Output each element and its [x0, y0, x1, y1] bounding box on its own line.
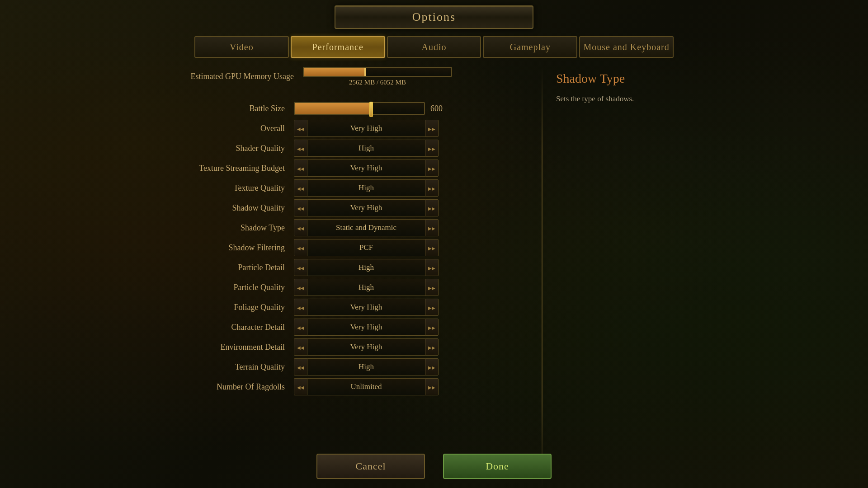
panel-divider — [542, 67, 542, 488]
double-arrow-right-icon — [428, 224, 435, 232]
tab-mouse-keyboard[interactable]: Mouse and Keyboard — [579, 36, 674, 58]
battle-size-label: Battle Size — [140, 104, 294, 113]
setting-value-3: High — [307, 179, 425, 197]
arrow-left-7[interactable] — [294, 259, 307, 276]
setting-label: Texture Streaming Budget — [140, 164, 294, 173]
gpu-bar-container: 2562 MB / 6052 MB — [303, 67, 452, 86]
setting-label: Shadow Type — [140, 223, 294, 233]
setting-control: Very High — [294, 120, 439, 137]
tab-audio[interactable]: Audio — [387, 36, 481, 58]
setting-value-5: Static and Dynamic — [307, 219, 425, 236]
tab-gameplay[interactable]: Gameplay — [483, 36, 577, 58]
double-arrow-right-icon — [428, 263, 435, 272]
double-arrow-left-icon — [297, 124, 304, 132]
setting-value-9: Very High — [307, 299, 425, 316]
setting-value-8: High — [307, 279, 425, 296]
arrow-left-8[interactable] — [294, 279, 307, 296]
slider-thumb[interactable] — [369, 102, 373, 117]
arrow-right-7[interactable] — [425, 259, 439, 276]
double-arrow-right-icon — [428, 184, 435, 192]
arrow-right-10[interactable] — [425, 319, 439, 336]
arrow-right-11[interactable] — [425, 338, 439, 356]
arrow-right-12[interactable] — [425, 358, 439, 375]
arrow-right-6[interactable] — [425, 239, 439, 256]
title-bar: Options — [335, 5, 533, 29]
arrow-right-0[interactable] — [425, 120, 439, 137]
double-arrow-left-icon — [297, 343, 304, 351]
gpu-bar-separator — [364, 68, 366, 76]
double-arrow-right-icon — [428, 144, 435, 152]
tab-video[interactable]: Video — [194, 36, 289, 58]
arrow-right-13[interactable] — [425, 378, 439, 395]
arrow-left-5[interactable] — [294, 219, 307, 236]
arrow-right-8[interactable] — [425, 279, 439, 296]
battle-size-slider[interactable] — [294, 102, 425, 115]
cancel-button[interactable]: Cancel — [316, 454, 425, 479]
arrow-left-0[interactable] — [294, 120, 307, 137]
setting-label: Shadow Quality — [140, 203, 294, 213]
gpu-bar-fill — [304, 68, 366, 76]
double-arrow-left-icon — [297, 144, 304, 152]
arrow-left-2[interactable] — [294, 160, 307, 177]
slider-container: 600 — [294, 102, 458, 115]
setting-control: Very High — [294, 338, 439, 356]
double-arrow-left-icon — [297, 244, 304, 252]
setting-row: Shadow Quality Very High — [140, 198, 519, 217]
double-arrow-right-icon — [428, 164, 435, 172]
double-arrow-right-icon — [428, 124, 435, 132]
setting-row: Shadow Filtering PCF — [140, 238, 519, 257]
setting-value-10: Very High — [307, 319, 425, 336]
setting-control: High — [294, 358, 439, 375]
double-arrow-left-icon — [297, 363, 304, 371]
setting-row: Particle Detail High — [140, 258, 519, 277]
arrow-left-12[interactable] — [294, 358, 307, 375]
setting-control: High — [294, 279, 439, 296]
arrow-left-4[interactable] — [294, 199, 307, 216]
gpu-memory-row: Estimated GPU Memory Usage 2562 MB / 605… — [140, 67, 519, 86]
setting-control: Unlimited — [294, 378, 439, 395]
battle-size-value: 600 — [430, 104, 458, 113]
setting-label: Character Detail — [140, 323, 294, 332]
setting-control: Very High — [294, 319, 439, 336]
arrow-left-13[interactable] — [294, 378, 307, 395]
done-button[interactable]: Done — [443, 454, 552, 479]
arrow-left-10[interactable] — [294, 319, 307, 336]
double-arrow-right-icon — [428, 363, 435, 371]
setting-control: Static and Dynamic — [294, 219, 439, 236]
setting-label: Particle Quality — [140, 283, 294, 292]
setting-value-2: Very High — [307, 160, 425, 177]
tab-performance[interactable]: Performance — [291, 36, 385, 58]
setting-row: Particle Quality High — [140, 278, 519, 297]
setting-row: Number Of Ragdolls Unlimited — [140, 377, 519, 396]
setting-value-1: High — [307, 140, 425, 157]
setting-control: High — [294, 179, 439, 197]
setting-label: Number Of Ragdolls — [140, 382, 294, 392]
double-arrow-left-icon — [297, 224, 304, 232]
arrow-right-5[interactable] — [425, 219, 439, 236]
arrow-left-1[interactable] — [294, 140, 307, 157]
setting-value-11: Very High — [307, 338, 425, 356]
setting-value-0: Very High — [307, 120, 425, 137]
setting-row: Texture Quality High — [140, 178, 519, 197]
double-arrow-left-icon — [297, 184, 304, 192]
double-arrow-left-icon — [297, 164, 304, 172]
arrow-right-9[interactable] — [425, 299, 439, 316]
arrow-right-2[interactable] — [425, 160, 439, 177]
settings-list: Overall Very High Shader Quality High — [140, 119, 519, 396]
arrow-right-3[interactable] — [425, 179, 439, 197]
setting-value-7: High — [307, 259, 425, 276]
arrow-left-6[interactable] — [294, 239, 307, 256]
settings-panel: Estimated GPU Memory Usage 2562 MB / 605… — [140, 67, 528, 488]
arrow-right-1[interactable] — [425, 140, 439, 157]
double-arrow-left-icon — [297, 283, 304, 291]
setting-label: Overall — [140, 124, 294, 133]
setting-control: Very High — [294, 299, 439, 316]
slider-fill — [295, 103, 373, 114]
arrow-left-3[interactable] — [294, 179, 307, 197]
gpu-memory-label: Estimated GPU Memory Usage — [140, 72, 294, 81]
setting-control: PCF — [294, 239, 439, 256]
arrow-right-4[interactable] — [425, 199, 439, 216]
gpu-bar-track — [303, 67, 452, 77]
arrow-left-11[interactable] — [294, 338, 307, 356]
arrow-left-9[interactable] — [294, 299, 307, 316]
